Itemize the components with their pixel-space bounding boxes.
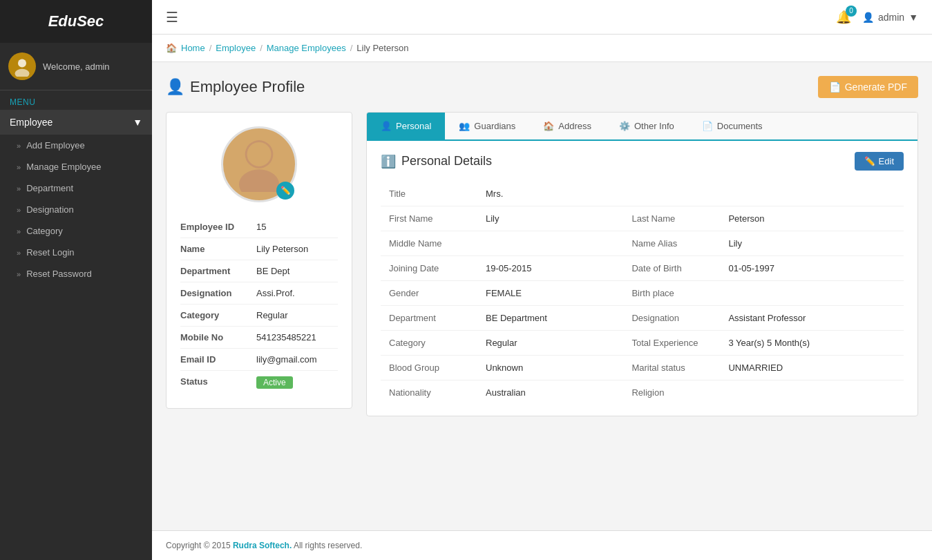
detail-value2: UNMARRIED <box>720 356 904 380</box>
name-value: Lily Peterson <box>256 244 308 254</box>
detail-value2: Lily <box>720 231 904 256</box>
notification-button[interactable]: 🔔 0 <box>836 10 851 25</box>
avatar <box>8 52 36 80</box>
detail-label: First Name <box>381 206 477 231</box>
home-icon: 🏠 <box>166 43 177 53</box>
address-icon: 🏠 <box>543 121 554 131</box>
tab-address[interactable]: 🏠 Address <box>529 113 605 141</box>
chevron-icon: » <box>17 227 21 235</box>
profile-info-row: Status Active <box>180 371 338 394</box>
detail-label2: Religion <box>623 380 720 405</box>
detail-value2: 3 Year(s) 5 Month(s) <box>720 331 904 356</box>
sidebar-item-reset-password[interactable]: » Reset Password <box>0 263 152 284</box>
breadcrumb-manage[interactable]: Manage Employees <box>267 43 346 53</box>
sidebar-item-manage-employee[interactable]: » Manage Employee <box>0 156 152 177</box>
footer-company-link[interactable]: Rudra Softech. <box>233 541 292 550</box>
detail-value2: Assistant Professor <box>720 306 904 331</box>
tab-documents-label: Documents <box>717 121 763 131</box>
notification-badge: 0 <box>846 6 857 17</box>
status-label: Status <box>180 376 256 389</box>
profile-info-row: Department BE Dept <box>180 260 338 282</box>
main-content: ☰ 🔔 0 👤 admin ▼ 🏠 Home / Employee / Mana… <box>152 0 932 560</box>
svg-point-1 <box>15 69 30 77</box>
detail-value: Lily <box>477 206 623 231</box>
detail-value: Unknown <box>477 356 623 380</box>
generate-pdf-label: Generate PDF <box>845 81 907 93</box>
document-icon: 📄 <box>702 121 713 131</box>
brand: EduSec <box>0 0 152 43</box>
detail-value: Regular <box>477 331 623 356</box>
admin-menu[interactable]: 👤 admin ▼ <box>862 12 918 23</box>
detail-label2: Designation <box>623 306 720 331</box>
footer: Copyright © 2015 Rudra Softech. All righ… <box>152 530 932 560</box>
detail-label2: Total Experience <box>623 331 720 356</box>
edit-button[interactable]: ✏️ Edit <box>855 152 904 171</box>
personal-icon: 👤 <box>381 121 392 131</box>
details-table: TitleMrs.First NameLilyLast NamePeterson… <box>381 182 904 405</box>
detail-value: 19-05-2015 <box>477 256 623 281</box>
name-label: Name <box>180 244 256 254</box>
profile-right: 👤 Personal 👥 Guardians 🏠 Address ⚙️ Othe… <box>366 112 918 416</box>
sidebar-item-label: Add Employee <box>26 140 85 151</box>
employee-id-value: 15 <box>256 222 266 232</box>
category-value: Regular <box>256 310 288 320</box>
profile-info-row: Email ID lily@gmail.com <box>180 349 338 371</box>
department-value: BE Dept <box>256 266 289 276</box>
detail-label2: Marital status <box>623 356 720 380</box>
breadcrumb: 🏠 Home / Employee / Manage Employees / L… <box>152 35 932 62</box>
tab-other-info[interactable]: ⚙️ Other Info <box>605 113 688 141</box>
detail-label2: Name Alias <box>623 231 720 256</box>
breadcrumb-home[interactable]: Home <box>181 43 205 53</box>
sidebar-item-reset-login[interactable]: » Reset Login <box>0 242 152 263</box>
mobile-label: Mobile No <box>180 332 256 342</box>
sidebar-item-label: Department <box>26 183 73 193</box>
sidebar-item-category[interactable]: » Category <box>0 220 152 242</box>
user-icon: 👤 <box>166 78 184 96</box>
profile-info-row: Name Lily Peterson <box>180 238 338 260</box>
sidebar-item-designation[interactable]: » Designation <box>0 199 152 220</box>
category-label: Category <box>180 310 256 320</box>
breadcrumb-sep: / <box>350 43 353 53</box>
svg-point-4 <box>247 142 272 166</box>
gear-icon: ⚙️ <box>619 121 630 131</box>
chevron-icon: » <box>17 249 21 257</box>
chevron-icon: » <box>17 184 21 193</box>
chevron-icon: » <box>17 270 21 278</box>
tab-other-info-label: Other Info <box>634 121 674 131</box>
hamburger-icon[interactable]: ☰ <box>166 9 178 26</box>
tab-documents[interactable]: 📄 Documents <box>688 113 777 141</box>
edit-avatar-button[interactable]: ✏️ <box>276 182 294 200</box>
employee-id-label: Employee ID <box>180 222 256 232</box>
tab-guardians-label: Guardians <box>474 121 515 131</box>
breadcrumb-sep: / <box>260 43 263 53</box>
page-title: 👤 Employee Profile <box>166 78 305 96</box>
profile-card: ✏️ Employee ID 15 Name Lily Peterson Dep… <box>166 112 352 409</box>
table-row: DepartmentBE DepartmentDesignationAssist… <box>381 306 904 331</box>
breadcrumb-employee[interactable]: Employee <box>216 43 256 53</box>
tab-personal[interactable]: 👤 Personal <box>367 113 445 141</box>
avatar-wrap: ✏️ <box>221 126 297 202</box>
brand-text: EduSec <box>48 12 104 30</box>
tab-address-label: Address <box>558 121 591 131</box>
status-badge: Active <box>256 376 293 389</box>
profile-info-row: Designation Assi.Prof. <box>180 282 338 305</box>
chevron-down-icon: ▼ <box>133 117 142 128</box>
tab-guardians[interactable]: 👥 Guardians <box>445 113 529 141</box>
table-row: Blood GroupUnknownMarital statusUNMARRIE… <box>381 356 904 380</box>
svg-point-0 <box>18 59 26 68</box>
section-header: ℹ️ Personal Details ✏️ Edit <box>381 152 904 171</box>
sidebar-item-add-employee[interactable]: » Add Employee <box>0 135 152 156</box>
detail-label: Nationality <box>381 380 477 405</box>
detail-value2 <box>720 182 904 206</box>
table-row: NationalityAustralianReligion <box>381 380 904 405</box>
detail-label2: Date of Birth <box>623 256 720 281</box>
detail-value: BE Department <box>477 306 623 331</box>
email-label: Email ID <box>180 354 256 365</box>
file-icon: 📄 <box>829 81 841 93</box>
sidebar-section-employee[interactable]: Employee ▼ <box>0 110 152 135</box>
department-label: Department <box>180 266 256 276</box>
edit-icon: ✏️ <box>864 156 875 166</box>
sidebar-item-department[interactable]: » Department <box>0 177 152 199</box>
generate-pdf-button[interactable]: 📄 Generate PDF <box>818 76 918 98</box>
admin-label: admin <box>878 12 904 23</box>
